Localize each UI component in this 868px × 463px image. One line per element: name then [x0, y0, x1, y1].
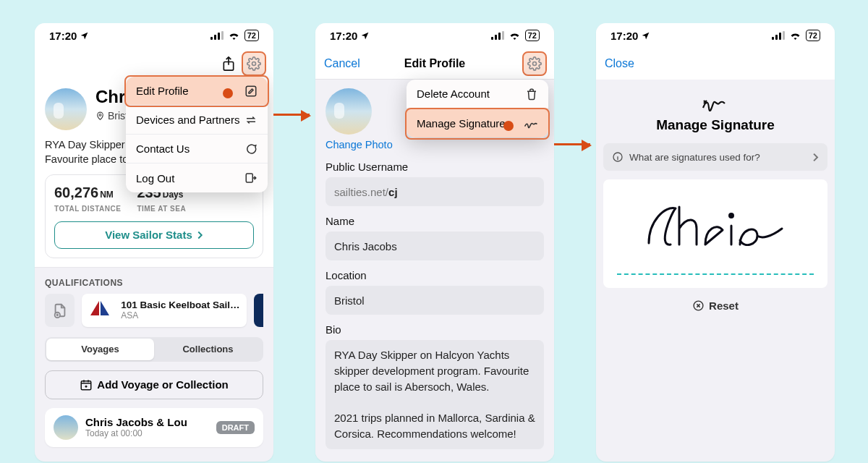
trash-icon: [525, 88, 538, 101]
wifi-icon: [789, 31, 801, 40]
menu-manage-signature-label: Manage Signature: [417, 117, 506, 129]
avatar[interactable]: [326, 88, 372, 135]
segmented-control[interactable]: Voyages Collections: [45, 337, 263, 362]
signature-header: Manage Signature: [596, 80, 835, 143]
menu-delete-account-label: Delete Account: [417, 88, 490, 100]
svg-rect-3: [221, 31, 224, 40]
screen-profile: 17:20 72 Chris Bristol: [35, 23, 273, 462]
page-title: Edit Profile: [375, 57, 495, 70]
status-time: 17:20: [610, 30, 638, 42]
statusbar: 17:20 72: [596, 23, 835, 48]
svg-rect-1: [214, 35, 216, 40]
highlight-dot: [223, 88, 233, 98]
tab-voyages[interactable]: Voyages: [46, 339, 154, 360]
svg-point-15: [533, 61, 537, 65]
add-voyage-button[interactable]: Add Voyage or Collection: [45, 370, 263, 399]
cancel-button[interactable]: Cancel: [324, 57, 375, 70]
cell-signal-icon: [491, 31, 504, 40]
location-field[interactable]: Bristol: [326, 286, 544, 315]
username-value: cj: [388, 186, 398, 198]
chat-icon: [244, 143, 258, 156]
username-field[interactable]: sailties.net/cj: [326, 177, 544, 206]
wifi-icon: [228, 31, 240, 40]
signature-baseline: [617, 273, 814, 275]
screen-edit-profile: 17:20 72 Cancel Edit Profile Change Phot…: [315, 23, 554, 462]
pin-icon: [95, 111, 105, 121]
status-time: 17:20: [49, 30, 77, 42]
avatar[interactable]: [45, 88, 87, 130]
view-sailor-stats-button[interactable]: View Sailor Stats: [54, 221, 254, 249]
svg-rect-14: [502, 31, 504, 40]
menu-devices[interactable]: Devices and Partners: [126, 106, 268, 135]
svg-rect-9: [246, 86, 256, 96]
svg-rect-2: [218, 33, 220, 40]
asa-logo-icon: [89, 301, 114, 320]
menu-contact[interactable]: Contact Us: [126, 135, 268, 163]
qualification-card-next[interactable]: [254, 294, 263, 327]
wifi-icon: [509, 31, 521, 40]
svg-rect-19: [783, 31, 785, 40]
change-photo-link[interactable]: Change Photo: [326, 139, 393, 150]
chevron-right-icon: [812, 153, 819, 162]
menu-manage-signature[interactable]: Manage Signature: [407, 109, 548, 137]
qualification-title: 101 Basic Keelboat Sail…: [121, 300, 239, 310]
statusbar: 17:20 72: [35, 23, 273, 48]
name-field[interactable]: Chris Jacobs: [326, 232, 544, 260]
svg-point-21: [730, 214, 733, 218]
reset-label: Reset: [709, 300, 739, 312]
x-circle-icon: [692, 300, 705, 312]
add-voyage-label: Add Voyage or Collection: [97, 378, 228, 391]
reset-button[interactable]: Reset: [596, 300, 835, 312]
svg-rect-11: [491, 37, 493, 40]
battery-level: 72: [528, 31, 537, 40]
logout-icon: [244, 171, 258, 184]
settings-button[interactable]: [243, 53, 265, 75]
name-label: Name: [326, 215, 544, 227]
settings-button[interactable]: [524, 53, 545, 75]
draft-badge: DRAFT: [216, 421, 255, 434]
username-prefix: sailties.net/: [334, 186, 388, 198]
tutorial-arrow: [554, 143, 590, 145]
info-disclosure[interactable]: What are signatures used for?: [603, 143, 827, 171]
navbar: [35, 48, 273, 80]
menu-edit-profile[interactable]: Edit Profile: [126, 77, 268, 106]
menu-devices-label: Devices and Partners: [136, 114, 239, 126]
signature-icon: [524, 116, 538, 129]
stat-days-label: TIME AT SEA: [137, 204, 186, 214]
highlight-dot: [503, 121, 514, 131]
calendar-plus-icon: [80, 378, 93, 391]
page-title: Manage Signature: [656, 117, 775, 133]
qualifications-header: QUALIFICATIONS: [35, 268, 273, 294]
qualification-org: ASA: [121, 310, 239, 320]
statusbar: 17:20 72: [315, 23, 554, 48]
bio-field[interactable]: RYA Day Skipper on Halcyon Yachts skippe…: [326, 340, 544, 449]
gear-icon: [247, 56, 261, 71]
close-button[interactable]: Close: [605, 57, 655, 70]
screen-manage-signature: 17:20 72 Close Manage Signature What are…: [596, 23, 835, 462]
tab-collections[interactable]: Collections: [154, 339, 262, 360]
info-label: What are signatures used for?: [629, 152, 760, 163]
add-qualification-button[interactable]: [45, 294, 75, 327]
username-label: Public Username: [326, 161, 544, 173]
navbar: Cancel Edit Profile: [315, 48, 554, 80]
cell-signal-icon: [772, 31, 785, 40]
signature-canvas[interactable]: [603, 179, 827, 288]
swap-icon: [244, 114, 258, 127]
gear-icon: [527, 56, 542, 71]
stat-distance-unit: NM: [100, 190, 114, 200]
stat-distance-label: TOTAL DISTANCE: [54, 204, 121, 214]
name-value: Chris Jacobs: [334, 240, 397, 252]
share-icon[interactable]: [221, 56, 236, 72]
voyage-title: Chris Jacobs & Lou: [85, 416, 187, 428]
location-arrow-icon: [360, 31, 370, 41]
qualification-card[interactable]: 101 Basic Keelboat Sail… ASA: [82, 294, 247, 327]
menu-logout[interactable]: Log Out: [126, 163, 268, 192]
settings-menu: Edit Profile Devices and Partners Contac…: [126, 77, 268, 192]
location-label: Location: [326, 269, 544, 281]
navbar: Close: [596, 48, 835, 80]
svg-rect-12: [495, 35, 497, 40]
voyage-card[interactable]: Chris Jacobs & Lou Today at 00:00 DRAFT: [45, 408, 263, 447]
menu-delete-account[interactable]: Delete Account: [407, 80, 548, 109]
battery-level: 72: [247, 31, 256, 40]
tutorial-arrow: [273, 114, 310, 116]
